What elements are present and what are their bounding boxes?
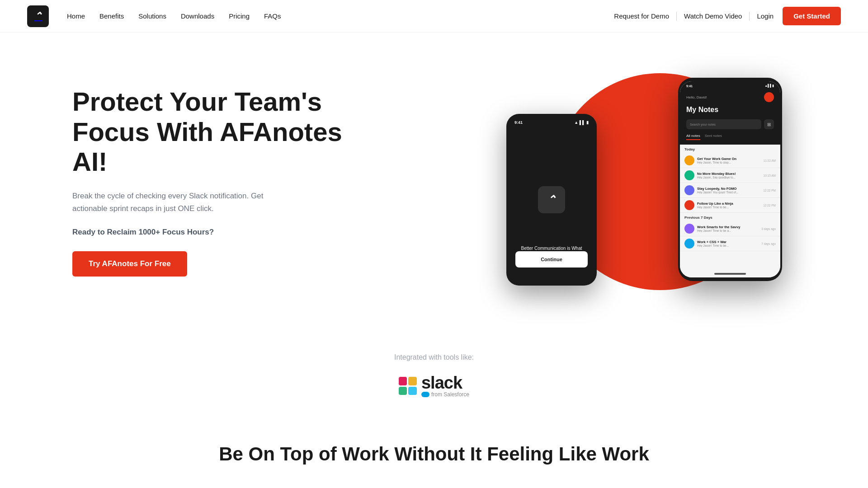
phone-screen-title: My Notes (680, 106, 780, 119)
get-started-button[interactable]: Get Started (783, 7, 841, 25)
phone-avatar (764, 92, 774, 102)
note-preview-6: Hey Jason! Time to be... (697, 244, 759, 247)
phone-note-list: Today Get Your Work Game On Hey Jason, T… (680, 145, 780, 277)
phone-back-mockup: 9:41 ▲ ▌▌ ▮ ⌃ Better Communication is Wh… (506, 114, 597, 286)
slack-sq-4 (408, 387, 417, 395)
note-item-2: No More Monday Blues! Hey Jason, Say goo… (680, 168, 780, 183)
logo-icon: ⌃ (34, 11, 42, 21)
nav-pricing[interactable]: Pricing (229, 12, 250, 20)
note-preview-5: Hey Jason! Time to be a... (697, 229, 759, 232)
hero-content: Protect Your Team's Focus With AFAnotes … (72, 87, 353, 277)
note-content-4: Follow Up Like a Ninja Hey Jason! Time t… (697, 202, 760, 209)
phone-back-time: 9:41 (514, 120, 523, 125)
note-avatar-4 (684, 200, 694, 210)
hero-image: 9:41 ▲ ▌▌ ▮ ⌃ Better Communication is Wh… (479, 60, 796, 304)
hero-title: Protect Your Team's Focus With AFAnotes … (72, 87, 353, 177)
bottom-hint-title: Be On Top of Work Without It Feeling Lik… (27, 443, 841, 465)
note-content-3: Stay Loopedy, No FOMO Hey Jason! You guy… (697, 187, 760, 194)
slack-grid-icon (399, 377, 417, 395)
navbar: ⌃ Home Benefits Solutions Downloads Pric… (0, 0, 868, 33)
request-demo-link[interactable]: Request for Demo (614, 12, 669, 20)
note-avatar-3 (684, 185, 694, 195)
hero-description: Break the cycle of checking every Slack … (72, 190, 298, 215)
afa-logo-char: ⌃ (547, 193, 556, 206)
phone-tabs: All notes Sent notes (680, 134, 780, 145)
phone-notch (717, 81, 744, 86)
note-time-3: 12:22 PM (763, 189, 776, 192)
note-content-1: Get Your Work Game On Hey Jason, Time to… (697, 157, 761, 164)
note-preview-4: Hey Jason! Time to be... (697, 206, 760, 209)
note-time-2: 10:15 AM (764, 174, 776, 177)
tab-sent-notes: Sent notes (705, 134, 722, 140)
nav-solutions[interactable]: Solutions (138, 12, 166, 20)
note-title-1: Get Your Work Game On (697, 157, 761, 161)
note-title-5: Work Smarts for the Savvy (697, 225, 759, 229)
phone-greeting: Hello, David! (686, 95, 707, 99)
phone-search-bar: Search your notes ⊞ (680, 119, 780, 134)
note-time-6: 7 days ago (761, 242, 776, 245)
section-prev-7: Previous 7 Days (680, 213, 780, 221)
note-preview-1: Hey Jason, Time to stop... (697, 161, 761, 164)
note-item-3: Stay Loopedy, No FOMO Hey Jason! You guy… (680, 183, 780, 198)
note-avatar-2 (684, 170, 694, 180)
note-avatar-1 (684, 155, 694, 165)
watch-demo-link[interactable]: Watch Demo Video (684, 12, 742, 20)
note-title-2: No More Monday Blues! (697, 172, 761, 176)
integrations-section: Integrated with tools like: slack from S… (0, 331, 868, 425)
phone-back-continue-btn: Continue (515, 251, 588, 267)
tab-all-notes: All notes (686, 134, 700, 140)
note-title-6: Work + CSS + War (697, 240, 759, 244)
note-title-4: Follow Up Like a Ninja (697, 202, 760, 206)
note-time-1: 11:22 AM (764, 159, 776, 162)
salesforce-text: from Salesforce (431, 391, 469, 398)
search-placeholder: Search your notes (690, 123, 716, 126)
slack-wordmark: slack (421, 374, 462, 391)
hero-cta-text: Ready to Reclaim 1000+ Focus Hours? (72, 228, 353, 237)
divider-1 (676, 12, 677, 21)
bottom-hint-section: Be On Top of Work Without It Feeling Lik… (0, 425, 868, 474)
salesforce-cloud-icon (421, 392, 429, 397)
note-title-3: Stay Loopedy, No FOMO (697, 187, 760, 191)
slack-sq-1 (399, 377, 407, 385)
phone-status-icons: ▲▌▌▮ (764, 84, 774, 88)
note-avatar-5 (684, 224, 694, 234)
nav-home[interactable]: Home (67, 12, 85, 20)
note-item-5: Work Smarts for the Savvy Hey Jason! Tim… (680, 221, 780, 236)
navbar-left: ⌃ Home Benefits Solutions Downloads Pric… (27, 5, 281, 27)
phone-front-mockup: 9:41 ▲▌▌▮ Hello, David! My Notes Search … (678, 78, 782, 281)
phone-search-input: Search your notes (686, 119, 761, 129)
nav-links: Home Benefits Solutions Downloads Pricin… (67, 12, 281, 20)
try-free-button[interactable]: Try AFAnotes For Free (72, 251, 187, 277)
slack-from-salesforce: from Salesforce (421, 391, 469, 398)
slack-text-wrap: slack from Salesforce (421, 374, 469, 398)
note-item-6: Work + CSS + War Hey Jason! Time to be..… (680, 236, 780, 251)
navbar-right: Request for Demo Watch Demo Video Login … (614, 7, 841, 25)
slack-sq-2 (408, 377, 417, 385)
phone-greeting-block: Hello, David! (686, 95, 707, 99)
slack-logo-container: slack from Salesforce (27, 374, 841, 398)
note-content-2: No More Monday Blues! Hey Jason, Say goo… (697, 172, 761, 179)
logo[interactable]: ⌃ (27, 5, 49, 27)
phone-home-bar (714, 273, 746, 275)
note-time-4: 12:22 PM (763, 204, 776, 207)
note-content-5: Work Smarts for the Savvy Hey Jason! Tim… (697, 225, 759, 232)
phone-back-icons: ▲ ▌▌ ▮ (574, 120, 589, 125)
note-time-5: 3 days ago (761, 227, 776, 230)
note-avatar-6 (684, 239, 694, 249)
nav-downloads[interactable]: Downloads (181, 12, 214, 20)
nav-faqs[interactable]: FAQs (264, 12, 281, 20)
nav-benefits[interactable]: Benefits (99, 12, 124, 20)
note-item-1: Get Your Work Game On Hey Jason, Time to… (680, 153, 780, 168)
note-content-6: Work + CSS + War Hey Jason! Time to be..… (697, 240, 759, 247)
phone-back-status: 9:41 ▲ ▌▌ ▮ (506, 120, 597, 125)
divider-2 (749, 12, 750, 21)
phone-filter-button: ⊞ (764, 119, 774, 129)
note-item-4: Follow Up Like a Ninja Hey Jason! Time t… (680, 198, 780, 213)
login-link[interactable]: Login (757, 12, 774, 20)
slack-sq-3 (399, 387, 407, 395)
section-today: Today (680, 145, 780, 153)
phone-screen: 9:41 ▲▌▌▮ Hello, David! My Notes Search … (680, 81, 780, 277)
integrations-label: Integrated with tools like: (27, 353, 841, 361)
phone-screen-header: Hello, David! (680, 88, 780, 106)
afa-logo-back: ⌃ (538, 186, 565, 213)
